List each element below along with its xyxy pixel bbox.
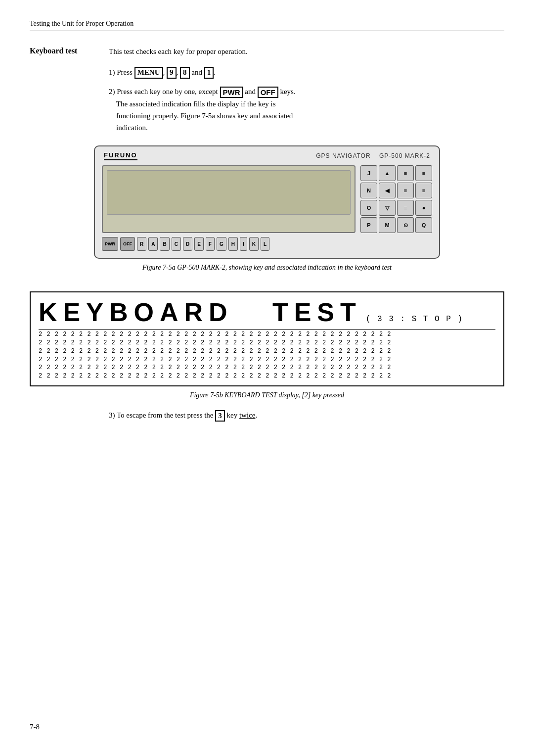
section-label: Keyboard test	[30, 46, 109, 57]
steps-container: 1) Press MENU, 9, 8 and 1. 2) Press each…	[109, 66, 504, 134]
key-H[interactable]: H	[228, 237, 238, 251]
keyboard-test-section: Keyboard test This test checks each key …	[30, 46, 504, 57]
section-intro: This test checks each key for proper ope…	[109, 46, 504, 57]
key-F[interactable]: F	[206, 237, 215, 251]
key-func5[interactable]: ●	[415, 200, 432, 216]
page-header: Testing the Unit for Proper Operation	[30, 20, 504, 31]
figure-5b-caption: Figure 7-5b KEYBOARD TEST display, [2] k…	[30, 391, 504, 399]
kbd-data-row-2: 2 2 2 2 2 2 2 2 2 2 2 2 2 2 2 2 2 2 2 2 …	[39, 339, 495, 347]
kbd-data-row-4: 2 2 2 2 2 2 2 2 2 2 2 2 2 2 2 2 2 2 2 2 …	[39, 356, 495, 364]
page-number: 7-8	[30, 723, 40, 731]
device-header: FURUNO GPS NAVIGATOR GP-500 MARK-2	[102, 151, 432, 160]
device-body: J ▲ ≡ ≡ N ◀ ≡ ≡ O ▽ ≡ ● P M ⊙ Q	[102, 165, 432, 233]
kbd-test-title-row: KEYBOARD TEST ( 3 3 : S T O P )	[39, 297, 495, 327]
key-1: 1	[204, 67, 214, 79]
kbd-data-row-6: 2 2 2 2 2 2 2 2 2 2 2 2 2 2 2 2 2 2 2 2 …	[39, 372, 495, 380]
key-A[interactable]: A	[148, 237, 158, 251]
key-func4[interactable]: ≡	[397, 200, 414, 216]
key-P[interactable]: P	[360, 217, 377, 233]
step-1: 1) Press MENU, 9, 8 and 1.	[109, 66, 504, 79]
key-J[interactable]: J	[360, 165, 377, 181]
step2-text: 2) Press each key one by one, except PWR…	[109, 88, 296, 132]
key-C[interactable]: C	[172, 237, 181, 251]
key-K[interactable]: K	[249, 237, 259, 251]
key-circle[interactable]: ⊙	[397, 217, 414, 233]
device-right-keypad: J ▲ ≡ ≡ N ◀ ≡ ≡ O ▽ ≡ ● P M ⊙ Q	[360, 165, 432, 233]
step1-text: 1) Press MENU, 9, 8 and 1.	[109, 68, 216, 76]
key-B[interactable]: B	[160, 237, 169, 251]
device-figure: FURUNO GPS NAVIGATOR GP-500 MARK-2 J ▲ ≡…	[30, 145, 504, 284]
device-bottom-row: PWR OFF R A B C D E F G H I K L	[102, 237, 432, 251]
key-N[interactable]: N	[360, 183, 377, 198]
kbd-data-row-5: 2 2 2 2 2 2 2 2 2 2 2 2 2 2 2 2 2 2 2 2 …	[39, 364, 495, 372]
key-menu-icon[interactable]: ≡	[397, 165, 414, 181]
device-nav-label: GPS NAVIGATOR GP-500 MARK-2	[316, 152, 430, 159]
key-left[interactable]: ◀	[379, 183, 396, 198]
key-G[interactable]: G	[217, 237, 226, 251]
key-E[interactable]: E	[194, 237, 204, 251]
key-3: 3	[215, 410, 225, 422]
device-body-outer: FURUNO GPS NAVIGATOR GP-500 MARK-2 J ▲ ≡…	[94, 145, 440, 259]
figure-5a-caption: Figure 7-5a GP-500 MARK-2, showing key a…	[142, 264, 392, 272]
step3-text: 3) To escape from the test press the 3 k…	[109, 411, 257, 419]
key-8: 8	[180, 67, 190, 79]
key-PWR-bottom[interactable]: PWR	[102, 237, 118, 251]
key-I[interactable]: I	[240, 237, 247, 251]
device-screen	[107, 170, 351, 215]
header-title: Testing the Unit for Proper Operation	[30, 20, 134, 28]
key-O[interactable]: O	[360, 200, 377, 216]
device-brand: FURUNO	[104, 151, 137, 160]
step-3: 3) To escape from the test press the 3 k…	[109, 409, 504, 422]
kbd-test-subtitle: ( 3 3 : S T O P )	[366, 315, 463, 324]
kbd-data-row-3: 2 2 2 2 2 2 2 2 2 2 2 2 2 2 2 2 2 2 2 2 …	[39, 347, 495, 356]
key-pwr: PWR	[220, 87, 243, 98]
key-menu: MENU	[134, 67, 163, 79]
kbd-data-row-1: 2 2 2 2 2 2 2 2 2 2 2 2 2 2 2 2 2 2 2 2 …	[39, 331, 495, 339]
key-9: 9	[167, 67, 177, 79]
key-Q[interactable]: Q	[415, 217, 432, 233]
keyboard-test-display: KEYBOARD TEST ( 3 3 : S T O P ) 2 2 2 2 …	[30, 291, 504, 386]
key-R[interactable]: R	[137, 237, 146, 251]
key-up[interactable]: ▲	[379, 165, 396, 181]
key-func2[interactable]: ≡	[397, 183, 414, 198]
key-down[interactable]: ▽	[379, 200, 396, 216]
kbd-test-title1: KEYBOARD TEST	[39, 297, 362, 327]
device-screen-area	[102, 165, 356, 233]
key-L[interactable]: L	[261, 237, 269, 251]
key-off: OFF	[258, 87, 278, 98]
kbd-test-data: 2 2 2 2 2 2 2 2 2 2 2 2 2 2 2 2 2 2 2 2 …	[39, 329, 495, 380]
key-func1[interactable]: ≡	[415, 165, 432, 181]
key-func3[interactable]: ≡	[415, 183, 432, 198]
key-OFF-bottom[interactable]: OFF	[120, 237, 135, 251]
step3-twice: twice	[239, 411, 255, 419]
step-2: 2) Press each key one by one, except PWR…	[109, 86, 504, 134]
key-D[interactable]: D	[183, 237, 192, 251]
key-M[interactable]: M	[379, 217, 396, 233]
